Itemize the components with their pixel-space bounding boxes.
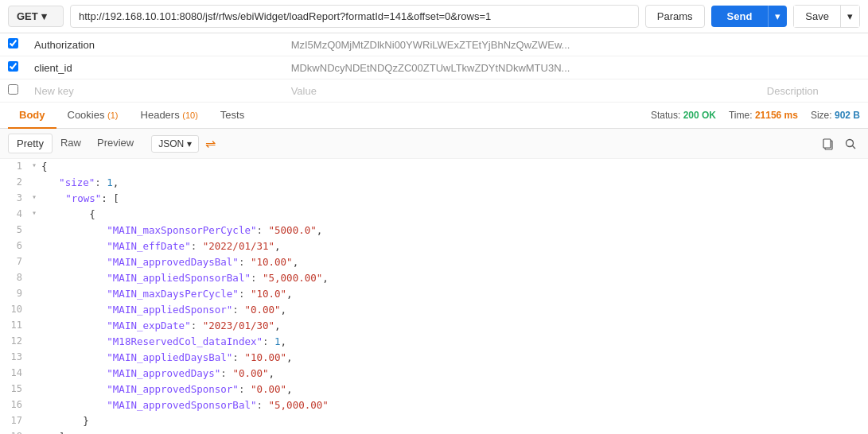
header-checkbox[interactable] [8, 38, 18, 48]
svg-rect-1 [823, 139, 831, 148]
line-content: "MAIN_maxDaysPerCycle": "10.0", [32, 286, 293, 302]
svg-line-3 [853, 145, 856, 149]
tab-headers[interactable]: Headers (10) [130, 103, 209, 129]
line-content: "MAIN_appliedDaysBal": "10.00", [32, 350, 293, 366]
format-selector[interactable]: JSON ▾ [151, 135, 199, 153]
svg-point-2 [847, 139, 854, 146]
table-row: 11 "MAIN_expDate": "2023/01/30", [0, 318, 868, 334]
save-button[interactable]: Save [793, 5, 841, 28]
save-button-group: Save ▾ [793, 5, 860, 28]
line-content: "MAIN_appliedSponsor": "0.00", [32, 302, 286, 318]
headers-table: Authorization MzI5MzQ0MjMtZDlkNi00YWRiLW… [0, 33, 868, 103]
send-button-group: Send ▾ [711, 6, 788, 27]
status-area: Status: 200 OK Time: 21156 ms Size: 902 … [651, 110, 860, 121]
header-value: MDkwNDcyNDEtNDQzZC00ZTUwLTkwZDYtNDkwMTU3… [283, 56, 759, 79]
method-chevron: ▾ [41, 10, 47, 22]
status-value: 200 OK [683, 110, 716, 121]
body-tab-preview[interactable]: Preview [89, 134, 142, 153]
line-number: 14 [0, 366, 32, 381]
table-row: 16 "MAIN_approvedSponsorBal": "5,000.00" [0, 397, 868, 413]
header-checkbox[interactable] [8, 84, 18, 95]
line-content: "size": 1, [32, 175, 119, 191]
time-label: Time: 21156 ms [729, 110, 798, 121]
header-key: client_id [26, 56, 283, 79]
line-content: "rows": [ [38, 191, 119, 207]
line-content: "MAIN_approvedDaysBal": "10.00", [32, 254, 298, 270]
url-input[interactable] [70, 5, 639, 28]
line-number: 15 [0, 382, 32, 397]
line-content: "MAIN_approvedSponsorBal": "5,000.00" [32, 397, 329, 413]
line-number: 5 [0, 223, 32, 238]
table-row: 9 "MAIN_maxDaysPerCycle": "10.0", [0, 286, 868, 302]
line-content: } [32, 413, 89, 429]
table-row: 3▾ "rows": [ [0, 191, 868, 207]
body-tab-pretty[interactable]: Pretty [8, 134, 53, 153]
tab-cookies[interactable]: Cookies (1) [56, 103, 130, 129]
status-label: Status: 200 OK [651, 110, 716, 121]
response-tabs-row: BodyCookies (1)Headers (10)Tests Status:… [0, 103, 868, 129]
line-number: 16 [0, 397, 32, 413]
line-number: 12 [0, 334, 32, 349]
tab-tests[interactable]: Tests [209, 103, 255, 129]
line-content: "MAIN_effDate": "2022/01/31", [32, 238, 281, 254]
table-row: 10 "MAIN_appliedSponsor": "0.00", [0, 302, 868, 318]
header-desc [759, 56, 868, 79]
line-number: 9 [0, 286, 32, 301]
line-number: 8 [0, 270, 32, 285]
line-number: 17 [0, 413, 32, 428]
line-number: 11 [0, 318, 32, 333]
table-row: 8 "MAIN_appliedSponsorBal": "5,000.00", [0, 270, 868, 286]
line-number: 10 [0, 302, 32, 317]
line-content: "MAIN_approvedSponsor": "0.00", [32, 382, 293, 397]
line-number: 2 [0, 175, 32, 190]
body-toolbar: PrettyRawPreview JSON ▾ ⇌ [0, 129, 868, 159]
request-bar: GET ▾ Params Send ▾ Save ▾ [0, 0, 868, 33]
method-selector[interactable]: GET ▾ [8, 6, 64, 27]
line-content: "MAIN_maxSponsorPerCycle": "5000.0", [32, 223, 322, 238]
table-row: 12 "M18ReservedCol_dataIndex": 1, [0, 334, 868, 350]
header-checkbox[interactable] [8, 61, 18, 72]
json-response: 1▾ {2 "size": 1,3▾ "rows": [4▾ {5 "MAIN_… [0, 159, 868, 434]
params-button[interactable]: Params [645, 5, 705, 28]
line-content: "M18ReservedCol_dataIndex": 1, [32, 334, 286, 350]
copy-icon[interactable] [819, 134, 838, 153]
line-number: 1 [0, 159, 32, 174]
header-value: MzI5MzQ0MjMtZDlkNi00YWRiLWExZTEtYjBhNzQw… [283, 33, 759, 56]
method-label: GET [17, 10, 38, 22]
table-row: 6 "MAIN_effDate": "2022/01/31", [0, 238, 868, 254]
line-content: { [38, 207, 95, 223]
line-content: "MAIN_approvedDays": "0.00", [32, 366, 274, 382]
code-section: 1▾ {2 "size": 1,3▾ "rows": [4▾ {5 "MAIN_… [0, 159, 868, 434]
sort-icon[interactable]: ⇌ [205, 136, 216, 151]
table-row: 7 "MAIN_approvedDaysBal": "10.00", [0, 254, 868, 270]
size-label: Size: 902 B [811, 110, 860, 121]
new-desc-cell: Description [759, 79, 868, 103]
line-content: "MAIN_appliedSponsorBal": "5,000.00", [32, 270, 329, 286]
tab-body[interactable]: Body [8, 103, 56, 129]
line-number: 6 [0, 238, 32, 254]
format-chevron: ▾ [187, 138, 192, 149]
new-key-cell[interactable]: New key [26, 79, 283, 103]
table-row: 17 } [0, 413, 868, 429]
fold-icon[interactable]: ▾ [32, 159, 37, 172]
format-label: JSON [158, 138, 184, 149]
table-row: 15 "MAIN_approvedSponsor": "0.00", [0, 382, 868, 397]
fold-icon[interactable]: ▾ [32, 191, 37, 203]
fold-icon[interactable]: ▾ [32, 207, 37, 219]
time-value: 21156 ms [755, 110, 798, 121]
table-row: 14 "MAIN_approvedDays": "0.00", [0, 366, 868, 382]
search-icon[interactable] [841, 134, 860, 153]
table-row: 4▾ { [0, 207, 868, 223]
send-dropdown-button[interactable]: ▾ [768, 6, 787, 27]
new-value-cell: Value [283, 79, 759, 103]
table-row: 1▾ { [0, 159, 868, 175]
table-row: 2 "size": 1, [0, 175, 868, 191]
send-button[interactable]: Send [711, 6, 769, 27]
size-value: 902 B [835, 110, 860, 121]
line-number: 3 [0, 191, 32, 206]
save-dropdown-button[interactable]: ▾ [841, 5, 860, 28]
line-number: 13 [0, 350, 32, 365]
table-row: 5 "MAIN_maxSponsorPerCycle": "5000.0", [0, 223, 868, 238]
body-tab-raw[interactable]: Raw [53, 134, 89, 153]
line-content: "MAIN_expDate": "2023/01/30", [32, 318, 281, 334]
